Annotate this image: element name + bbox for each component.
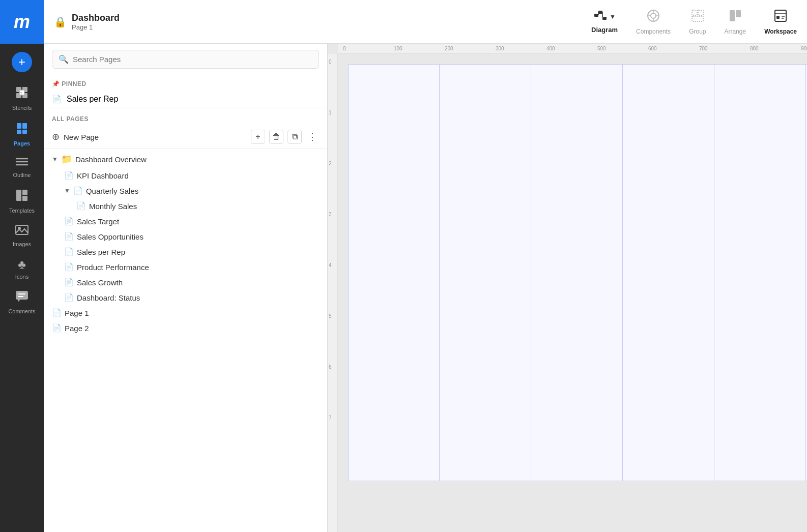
tree-item-sales-opportunities[interactable]: 📄 Sales Opportunities bbox=[44, 229, 327, 244]
diagram-button[interactable]: ▼ Diagram bbox=[591, 10, 618, 34]
svg-rect-35 bbox=[698, 10, 703, 15]
canvas-content[interactable] bbox=[338, 54, 807, 532]
group-button[interactable]: Group bbox=[689, 9, 706, 35]
new-page-button[interactable]: ⊕ New Page bbox=[52, 131, 251, 142]
sidebar-item-images[interactable]: Images bbox=[0, 219, 44, 252]
tree-label-sales-opportunities: Sales Opportunities bbox=[77, 232, 143, 241]
tree-item-dashboard-overview[interactable]: ▼ 📁 Dashboard Overview bbox=[44, 151, 327, 168]
tree-label-kpi-dashboard: KPI Dashboard bbox=[77, 171, 129, 180]
sidebar-item-icons[interactable]: ♣ Icons bbox=[0, 252, 44, 285]
diagram-label: Diagram bbox=[591, 26, 618, 34]
canvas-columns bbox=[348, 64, 807, 481]
ruler-vmark-200: 2 bbox=[329, 161, 332, 166]
canvas-col-5 bbox=[714, 64, 806, 481]
ruler-mark-200: 200 bbox=[445, 46, 453, 51]
left-sidebar: m + T Stencils Pages bbox=[0, 0, 44, 532]
tree-label-product-performance: Product Performance bbox=[77, 263, 149, 272]
pinned-doc-icon: 📄 bbox=[52, 95, 62, 104]
stencils-icon: T bbox=[15, 85, 29, 103]
group-icon bbox=[690, 9, 705, 26]
svg-rect-18 bbox=[16, 291, 28, 300]
outline-label: Outline bbox=[13, 172, 31, 178]
tree-arrow-dashboard-overview: ▼ bbox=[52, 156, 58, 163]
pages-icon bbox=[15, 121, 29, 138]
ruler-vmark-600: 6 bbox=[329, 364, 332, 370]
pinned-item-sales-per-rep[interactable]: 📄 Sales per Rep bbox=[44, 91, 327, 108]
delete-page-button[interactable]: 🗑 bbox=[269, 130, 283, 144]
sidebar-item-comments[interactable]: Comments bbox=[0, 285, 44, 319]
svg-rect-6 bbox=[17, 123, 21, 129]
arrange-button[interactable]: Arrange bbox=[724, 9, 746, 35]
svg-point-29 bbox=[651, 13, 656, 18]
doc-icon-quarterly: 📄 bbox=[73, 186, 83, 195]
diagram-dropdown-arrow[interactable]: ▼ bbox=[610, 13, 616, 20]
sidebar-item-templates[interactable]: Templates bbox=[0, 183, 44, 219]
workspace-button[interactable]: Workspace bbox=[764, 9, 797, 35]
tree-item-kpi-dashboard[interactable]: 📄 KPI Dashboard bbox=[44, 168, 327, 183]
svg-rect-41 bbox=[776, 16, 780, 19]
tree-item-sales-growth[interactable]: 📄 Sales Growth bbox=[44, 275, 327, 290]
copy-icon: ⧉ bbox=[292, 132, 298, 141]
tree-item-page1[interactable]: 📄 Page 1 bbox=[44, 305, 327, 320]
canvas-col-3 bbox=[531, 64, 623, 481]
ruler-mark-400: 400 bbox=[546, 46, 555, 51]
tree-item-sales-per-rep[interactable]: 📄 Sales per Rep bbox=[44, 244, 327, 259]
svg-rect-15 bbox=[22, 196, 27, 201]
canvas-area[interactable]: 0 100 200 300 400 500 600 700 800 900 0 … bbox=[328, 44, 807, 532]
svg-text:T: T bbox=[20, 91, 22, 96]
search-input-wrap[interactable]: 🔍 bbox=[52, 50, 319, 69]
add-page-button[interactable]: + bbox=[251, 130, 265, 144]
tree-arrow-quarterly: ▼ bbox=[64, 187, 70, 194]
comments-label: Comments bbox=[8, 308, 35, 314]
header-center: ▼ Diagram Components bbox=[591, 9, 797, 35]
tree-item-dashboard-status[interactable]: 📄 Dashboard: Status bbox=[44, 290, 327, 305]
pinned-label: PINNED bbox=[62, 80, 86, 87]
doc-icon-sales-rep: 📄 bbox=[64, 247, 74, 256]
copy-page-button[interactable]: ⧉ bbox=[287, 130, 302, 144]
ruler-vmark-0: 0 bbox=[329, 59, 332, 65]
ruler-vmark-400: 4 bbox=[329, 262, 332, 268]
sidebar-item-stencils[interactable]: T Stencils bbox=[0, 80, 44, 116]
ruler-mark-100: 100 bbox=[394, 46, 402, 51]
new-page-row: ⊕ New Page + 🗑 ⧉ ⋮ bbox=[44, 126, 327, 149]
ruler-vmark-700: 7 bbox=[329, 415, 332, 421]
pin-icon: 📌 bbox=[52, 80, 60, 87]
tree-item-monthly-sales[interactable]: 📄 Monthly Sales bbox=[44, 198, 327, 214]
ruler-mark-500: 500 bbox=[597, 46, 606, 51]
ruler-mark-0: 0 bbox=[343, 46, 346, 51]
svg-rect-36 bbox=[692, 16, 703, 21]
tree-item-page2[interactable]: 📄 Page 2 bbox=[44, 320, 327, 336]
search-input[interactable] bbox=[73, 55, 312, 64]
tree-label-dashboard-status: Dashboard: Status bbox=[77, 293, 140, 302]
images-label: Images bbox=[13, 241, 31, 247]
icons-icon: ♣ bbox=[18, 257, 26, 272]
doc-icon-sales-target: 📄 bbox=[64, 217, 74, 226]
tree-item-sales-target[interactable]: 📄 Sales Target bbox=[44, 214, 327, 229]
ruler-top: 0 100 200 300 400 500 600 700 800 900 bbox=[338, 44, 807, 54]
logo-area[interactable]: m bbox=[0, 0, 44, 44]
tree-label-quarterly-sales: Quarterly Sales bbox=[86, 187, 138, 195]
sidebar-item-outline[interactable]: Outline bbox=[0, 152, 44, 183]
pinned-page-name: Sales per Rep bbox=[67, 95, 118, 104]
add-button[interactable]: + bbox=[12, 52, 32, 72]
tree-label-monthly-sales: Monthly Sales bbox=[89, 202, 137, 211]
group-label: Group bbox=[689, 28, 706, 35]
components-label: Components bbox=[636, 28, 671, 35]
sidebar-item-pages[interactable]: Pages bbox=[0, 116, 44, 152]
more-button[interactable]: ⋮ bbox=[306, 131, 319, 142]
diagram-icon-row: ▼ bbox=[593, 10, 616, 24]
svg-rect-13 bbox=[16, 190, 21, 201]
tree-item-product-performance[interactable]: 📄 Product Performance bbox=[44, 259, 327, 275]
tree-item-quarterly-sales[interactable]: ▼ 📄 Quarterly Sales bbox=[44, 183, 327, 198]
components-icon bbox=[646, 9, 660, 26]
svg-rect-14 bbox=[22, 190, 27, 195]
new-page-icon: ⊕ bbox=[52, 131, 60, 142]
ruler-vmark-300: 3 bbox=[329, 212, 332, 217]
pages-panel: 🔍 📌 PINNED 📄 Sales per Rep ALL PAGES ⊕ N… bbox=[44, 44, 328, 532]
arrange-icon bbox=[728, 9, 742, 26]
header-title: Dashboard Page 1 bbox=[72, 13, 120, 31]
canvas-col-1 bbox=[348, 64, 440, 481]
doc-icon-product: 📄 bbox=[64, 262, 74, 272]
components-button[interactable]: Components bbox=[636, 9, 671, 35]
ruler-mark-900: 900 bbox=[801, 46, 807, 51]
